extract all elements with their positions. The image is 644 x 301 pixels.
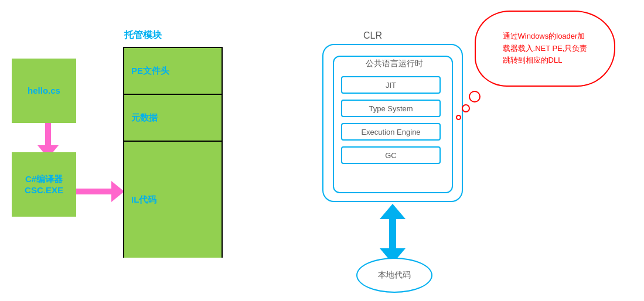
- right-arrow-1: [76, 181, 124, 202]
- metadata-label: 元数据: [131, 112, 158, 124]
- execution-engine-box: Execution Engine: [341, 123, 441, 141]
- hello-cs-box: hello.cs: [12, 59, 76, 123]
- native-code-oval: 本地代码: [356, 258, 432, 293]
- diagram: hello.cs C#编译器 CSC.EXE 托管模块 PE文件头 元数据 IL…: [0, 0, 644, 301]
- type-system-label: Type System: [369, 104, 413, 113]
- compiler-box: C#编译器 CSC.EXE: [12, 152, 76, 217]
- pe-header-section: PE文件头: [124, 48, 222, 95]
- compiler-label: C#编译器 CSC.EXE: [25, 173, 63, 196]
- gc-box: GC: [341, 146, 441, 164]
- thought-dot-1: [469, 91, 481, 102]
- jit-label: JIT: [386, 81, 396, 90]
- managed-module: PE文件头 元数据 IL代码: [123, 47, 223, 258]
- managed-module-label: 托管模块: [124, 29, 162, 42]
- native-code-label: 本地代码: [378, 270, 411, 281]
- gc-label: GC: [385, 151, 397, 160]
- thought-bubble-text: 通过Windows的loader加 载器载入.NET PE,只负责 跳转到相应的…: [503, 30, 588, 67]
- common-language-runtime-label: 公共语言运行时: [346, 59, 442, 69]
- il-code-section: IL代码: [124, 142, 222, 258]
- jit-box: JIT: [341, 76, 441, 94]
- execution-engine-label: Execution Engine: [361, 128, 420, 136]
- type-system-box: Type System: [341, 100, 441, 117]
- thought-bubble-main: 通过Windows的loader加 载器载入.NET PE,只负责 跳转到相应的…: [475, 11, 615, 87]
- dbl-arrow-vertical: [380, 204, 406, 264]
- pe-header-label: PE文件头: [131, 66, 169, 77]
- thought-dot-2: [462, 104, 470, 112]
- metadata-section: 元数据: [124, 95, 222, 142]
- clr-label: CLR: [363, 30, 382, 41]
- thought-dot-3: [456, 115, 461, 120]
- il-code-label: IL代码: [131, 194, 156, 206]
- hello-cs-label: hello.cs: [28, 85, 60, 97]
